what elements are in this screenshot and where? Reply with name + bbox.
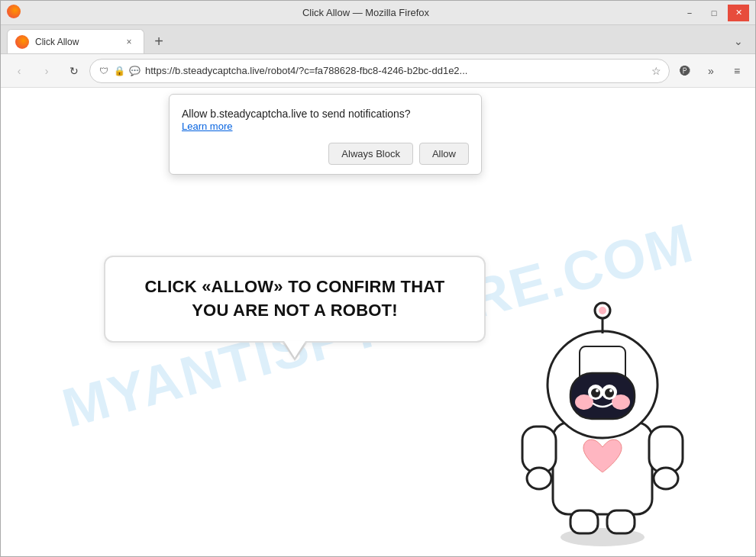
- pocket-icon[interactable]: 🅟: [673, 59, 697, 83]
- page-content: MYANTISPYWARE.COM Allow b.steadycaptcha.…: [1, 88, 755, 556]
- tab-close-button[interactable]: ×: [122, 35, 136, 49]
- nav-extras: 🅟 » ≡: [673, 59, 749, 83]
- tab-title: Click Allow: [35, 37, 116, 47]
- address-bar-icons: 🛡 🔒 💬: [98, 65, 141, 77]
- minimize-button[interactable]: −: [679, 5, 700, 21]
- svg-rect-6: [570, 510, 598, 533]
- extensions-button[interactable]: »: [699, 59, 723, 83]
- title-bar: Click Allow — Mozilla Firefox − □ ✕: [1, 1, 755, 25]
- window-title: Click Allow — Mozilla Firefox: [53, 7, 679, 18]
- robot-illustration: [496, 274, 709, 549]
- svg-point-20: [596, 389, 599, 392]
- robot-svg: [496, 274, 709, 549]
- svg-point-11: [599, 307, 606, 314]
- svg-point-18: [591, 388, 600, 398]
- svg-rect-2: [522, 427, 556, 472]
- svg-rect-4: [649, 427, 683, 472]
- learn-more-link[interactable]: Learn more: [182, 121, 469, 132]
- browser-window: Click Allow — Mozilla Firefox − □ ✕ Clic…: [0, 0, 756, 557]
- tab-bar-end: ⌄: [728, 31, 749, 53]
- reload-button[interactable]: ↻: [62, 59, 86, 83]
- tab-overflow-button[interactable]: ⌄: [728, 31, 749, 52]
- speech-bubble-container: CLICK «ALLOW» TO CONFIRM THAT YOU ARE NO…: [104, 256, 486, 343]
- menu-button[interactable]: ≡: [725, 59, 749, 83]
- firefox-logo-icon: [7, 5, 21, 18]
- back-button[interactable]: ‹: [7, 59, 31, 83]
- forward-button[interactable]: ›: [34, 59, 59, 83]
- active-tab[interactable]: Click Allow ×: [7, 29, 144, 53]
- svg-point-3: [527, 468, 551, 489]
- notification-popup-text: Allow b.steadycaptcha.live to send notif…: [182, 108, 411, 120]
- always-block-button[interactable]: Always Block: [328, 143, 413, 165]
- notification-buttons: Always Block Allow: [182, 143, 469, 165]
- svg-rect-7: [607, 510, 635, 533]
- nav-bar: ‹ › ↻ 🛡 🔒 💬 https://b.steadycaptcha.live…: [1, 54, 755, 88]
- tab-favicon-icon: [15, 35, 29, 49]
- speech-bubble: CLICK «ALLOW» TO CONFIRM THAT YOU ARE NO…: [104, 256, 486, 343]
- notification-icon: 💬: [128, 65, 141, 77]
- allow-button[interactable]: Allow: [419, 143, 469, 165]
- title-bar-left: [7, 5, 53, 21]
- bookmark-star-icon[interactable]: ☆: [651, 65, 661, 77]
- svg-point-5: [654, 468, 678, 489]
- svg-point-21: [609, 389, 612, 392]
- tab-bar: Click Allow × + ⌄: [1, 25, 755, 54]
- svg-point-19: [605, 388, 614, 398]
- lock-icon: 🔒: [113, 65, 125, 77]
- maximize-button[interactable]: □: [703, 5, 725, 21]
- speech-bubble-text: CLICK «ALLOW» TO CONFIRM THAT YOU ARE NO…: [145, 277, 445, 320]
- url-text: https://b.steadycaptcha.live/robot4/?c=f…: [145, 65, 647, 76]
- close-button[interactable]: ✕: [728, 5, 749, 21]
- window-controls: − □ ✕: [679, 5, 749, 21]
- new-tab-button[interactable]: +: [147, 31, 170, 52]
- shield-icon: 🛡: [98, 65, 110, 77]
- address-bar[interactable]: 🛡 🔒 💬 https://b.steadycaptcha.live/robot…: [89, 59, 670, 83]
- notification-popup: Allow b.steadycaptcha.live to send notif…: [169, 94, 482, 175]
